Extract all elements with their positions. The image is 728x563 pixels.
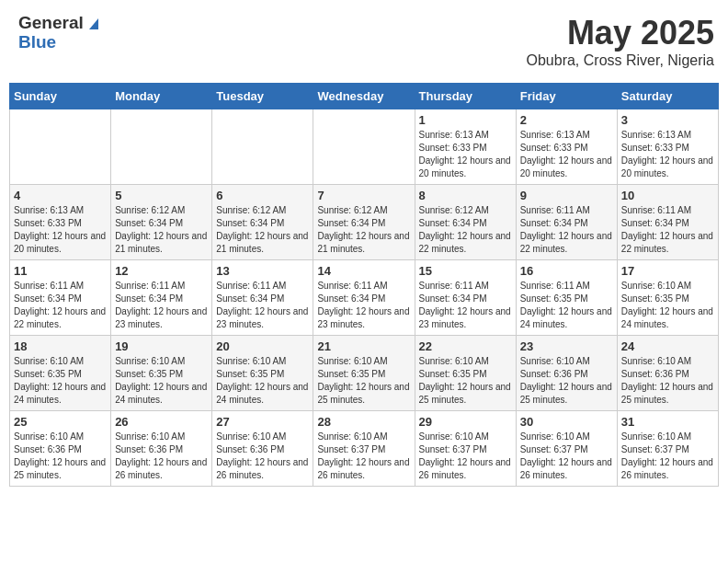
- logo-icon: [85, 15, 102, 31]
- calendar-cell: 24Sunrise: 6:10 AM Sunset: 6:36 PM Dayli…: [617, 336, 718, 411]
- day-info: Sunrise: 6:10 AM Sunset: 6:35 PM Dayligh…: [419, 355, 512, 407]
- day-info: Sunrise: 6:10 AM Sunset: 6:36 PM Dayligh…: [621, 355, 714, 407]
- day-info: Sunrise: 6:10 AM Sunset: 6:37 PM Dayligh…: [317, 431, 410, 482]
- calendar-cell: 10Sunrise: 6:11 AM Sunset: 6:34 PM Dayli…: [617, 185, 718, 260]
- logo-blue: Blue: [18, 33, 102, 52]
- calendar-week-2: 4Sunrise: 6:13 AM Sunset: 6:33 PM Daylig…: [10, 185, 719, 260]
- header-friday: Friday: [516, 84, 617, 109]
- day-info: Sunrise: 6:10 AM Sunset: 6:37 PM Dayligh…: [621, 431, 714, 482]
- calendar-cell: 21Sunrise: 6:10 AM Sunset: 6:35 PM Dayli…: [313, 336, 415, 411]
- day-info: Sunrise: 6:10 AM Sunset: 6:35 PM Dayligh…: [621, 280, 714, 331]
- day-info: Sunrise: 6:13 AM Sunset: 6:33 PM Dayligh…: [14, 204, 107, 256]
- calendar-cell: 8Sunrise: 6:12 AM Sunset: 6:34 PM Daylig…: [415, 185, 516, 260]
- day-info: Sunrise: 6:10 AM Sunset: 6:35 PM Dayligh…: [115, 355, 208, 407]
- calendar-week-1: 1Sunrise: 6:13 AM Sunset: 6:33 PM Daylig…: [10, 109, 719, 185]
- day-number: 26: [115, 415, 208, 429]
- day-number: 7: [317, 189, 410, 202]
- day-number: 21: [317, 339, 410, 353]
- calendar-cell: 29Sunrise: 6:10 AM Sunset: 6:37 PM Dayli…: [415, 411, 516, 487]
- calendar-cell: 12Sunrise: 6:11 AM Sunset: 6:34 PM Dayli…: [111, 260, 212, 336]
- calendar-cell: [212, 109, 313, 185]
- day-number: 12: [115, 264, 208, 278]
- day-info: Sunrise: 6:11 AM Sunset: 6:34 PM Dayligh…: [520, 204, 613, 256]
- logo: General Blue: [18, 14, 102, 52]
- logo-general: General: [18, 14, 84, 33]
- day-info: Sunrise: 6:12 AM Sunset: 6:34 PM Dayligh…: [115, 204, 208, 256]
- day-number: 2: [520, 113, 613, 127]
- calendar-week-3: 11Sunrise: 6:11 AM Sunset: 6:34 PM Dayli…: [10, 260, 719, 336]
- calendar-cell: 9Sunrise: 6:11 AM Sunset: 6:34 PM Daylig…: [516, 185, 617, 260]
- calendar-cell: 6Sunrise: 6:12 AM Sunset: 6:34 PM Daylig…: [212, 185, 313, 260]
- day-number: 1: [419, 113, 512, 127]
- calendar-cell: 28Sunrise: 6:10 AM Sunset: 6:37 PM Dayli…: [313, 411, 415, 487]
- day-number: 5: [115, 189, 208, 202]
- day-info: Sunrise: 6:12 AM Sunset: 6:34 PM Dayligh…: [216, 204, 309, 256]
- day-number: 31: [621, 415, 714, 429]
- calendar-cell: [111, 109, 212, 185]
- calendar-table: SundayMondayTuesdayWednesdayThursdayFrid…: [9, 83, 719, 487]
- day-number: 10: [621, 189, 714, 202]
- calendar-cell: 17Sunrise: 6:10 AM Sunset: 6:35 PM Dayli…: [617, 260, 718, 336]
- calendar-cell: 31Sunrise: 6:10 AM Sunset: 6:37 PM Dayli…: [617, 411, 718, 487]
- header-thursday: Thursday: [415, 84, 516, 109]
- calendar-cell: [10, 109, 111, 185]
- header-sunday: Sunday: [10, 84, 111, 109]
- day-number: 6: [216, 189, 309, 202]
- day-number: 17: [621, 264, 714, 278]
- calendar-week-5: 25Sunrise: 6:10 AM Sunset: 6:36 PM Dayli…: [10, 411, 719, 487]
- calendar-cell: 26Sunrise: 6:10 AM Sunset: 6:36 PM Dayli…: [111, 411, 212, 487]
- calendar-cell: 22Sunrise: 6:10 AM Sunset: 6:35 PM Dayli…: [415, 336, 516, 411]
- calendar-title: May 2025: [526, 14, 714, 52]
- day-number: 20: [216, 339, 309, 353]
- calendar-cell: 27Sunrise: 6:10 AM Sunset: 6:36 PM Dayli…: [212, 411, 313, 487]
- day-number: 30: [520, 415, 613, 429]
- day-info: Sunrise: 6:12 AM Sunset: 6:34 PM Dayligh…: [317, 204, 410, 256]
- day-info: Sunrise: 6:11 AM Sunset: 6:34 PM Dayligh…: [14, 280, 107, 331]
- day-number: 16: [520, 264, 613, 278]
- day-info: Sunrise: 6:12 AM Sunset: 6:34 PM Dayligh…: [419, 204, 512, 256]
- day-info: Sunrise: 6:11 AM Sunset: 6:34 PM Dayligh…: [317, 280, 410, 331]
- header-tuesday: Tuesday: [212, 84, 313, 109]
- day-number: 25: [14, 415, 107, 429]
- day-number: 11: [14, 264, 107, 278]
- day-number: 28: [317, 415, 410, 429]
- calendar-cell: 19Sunrise: 6:10 AM Sunset: 6:35 PM Dayli…: [111, 336, 212, 411]
- day-info: Sunrise: 6:10 AM Sunset: 6:36 PM Dayligh…: [216, 431, 309, 482]
- day-number: 19: [115, 339, 208, 353]
- calendar-location: Obubra, Cross River, Nigeria: [526, 52, 714, 69]
- calendar-cell: 14Sunrise: 6:11 AM Sunset: 6:34 PM Dayli…: [313, 260, 415, 336]
- day-number: 14: [317, 264, 410, 278]
- day-number: 4: [14, 189, 107, 202]
- calendar-cell: 7Sunrise: 6:12 AM Sunset: 6:34 PM Daylig…: [313, 185, 415, 260]
- header-wednesday: Wednesday: [313, 84, 415, 109]
- day-number: 9: [520, 189, 613, 202]
- calendar-cell: 30Sunrise: 6:10 AM Sunset: 6:37 PM Dayli…: [516, 411, 617, 487]
- day-info: Sunrise: 6:10 AM Sunset: 6:35 PM Dayligh…: [317, 355, 410, 407]
- calendar-cell: 20Sunrise: 6:10 AM Sunset: 6:35 PM Dayli…: [212, 336, 313, 411]
- title-block: May 2025 Obubra, Cross River, Nigeria: [526, 14, 714, 69]
- calendar-cell: 4Sunrise: 6:13 AM Sunset: 6:33 PM Daylig…: [10, 185, 111, 260]
- day-number: 22: [419, 339, 512, 353]
- day-info: Sunrise: 6:10 AM Sunset: 6:37 PM Dayligh…: [520, 431, 613, 482]
- day-info: Sunrise: 6:11 AM Sunset: 6:34 PM Dayligh…: [115, 280, 208, 331]
- calendar-cell: 1Sunrise: 6:13 AM Sunset: 6:33 PM Daylig…: [415, 109, 516, 185]
- day-info: Sunrise: 6:10 AM Sunset: 6:35 PM Dayligh…: [14, 355, 107, 407]
- calendar-cell: 23Sunrise: 6:10 AM Sunset: 6:36 PM Dayli…: [516, 336, 617, 411]
- day-info: Sunrise: 6:11 AM Sunset: 6:34 PM Dayligh…: [621, 204, 714, 256]
- day-info: Sunrise: 6:13 AM Sunset: 6:33 PM Dayligh…: [520, 129, 613, 180]
- day-info: Sunrise: 6:11 AM Sunset: 6:34 PM Dayligh…: [216, 280, 309, 331]
- day-number: 24: [621, 339, 714, 353]
- calendar-cell: 2Sunrise: 6:13 AM Sunset: 6:33 PM Daylig…: [516, 109, 617, 185]
- day-number: 27: [216, 415, 309, 429]
- day-number: 8: [419, 189, 512, 202]
- day-number: 18: [14, 339, 107, 353]
- calendar-cell: 25Sunrise: 6:10 AM Sunset: 6:36 PM Dayli…: [10, 411, 111, 487]
- calendar-cell: 5Sunrise: 6:12 AM Sunset: 6:34 PM Daylig…: [111, 185, 212, 260]
- day-info: Sunrise: 6:11 AM Sunset: 6:35 PM Dayligh…: [520, 280, 613, 331]
- day-info: Sunrise: 6:10 AM Sunset: 6:37 PM Dayligh…: [419, 431, 512, 482]
- header-saturday: Saturday: [617, 84, 718, 109]
- calendar-cell: 18Sunrise: 6:10 AM Sunset: 6:35 PM Dayli…: [10, 336, 111, 411]
- day-info: Sunrise: 6:10 AM Sunset: 6:36 PM Dayligh…: [115, 431, 208, 482]
- day-info: Sunrise: 6:11 AM Sunset: 6:34 PM Dayligh…: [419, 280, 512, 331]
- day-number: 29: [419, 415, 512, 429]
